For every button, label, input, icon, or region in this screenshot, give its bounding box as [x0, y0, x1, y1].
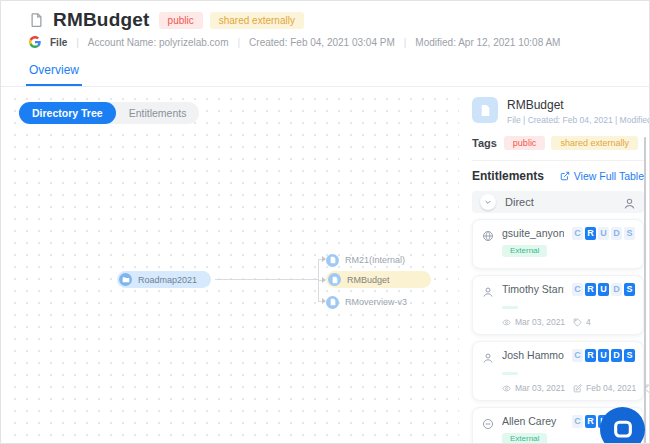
modified-date-icon	[573, 384, 582, 393]
globe-icon	[482, 228, 494, 240]
permissions-badges: CRUDS	[572, 227, 635, 240]
source-type-label: File	[50, 37, 67, 48]
tag-badge[interactable]: shared externally	[551, 136, 638, 150]
chat-launcher-button[interactable]	[600, 407, 645, 444]
viewed-date-icon	[502, 318, 511, 327]
chat-icon	[612, 419, 634, 441]
header-meta-item: Created: Feb 04, 2021 03:04 PM	[249, 37, 395, 48]
toggle-entitlements[interactable]: Entitlements	[116, 102, 200, 124]
tab-overview[interactable]: Overview	[26, 57, 82, 86]
tree-node-child[interactable]: RMBudget	[326, 271, 431, 288]
entitlement-count-icon	[573, 318, 582, 327]
perm-c: C	[572, 227, 583, 240]
entitlement-name: gsuite_anyone	[502, 227, 564, 239]
file-icon	[326, 254, 339, 267]
toggle-directory-tree[interactable]: Directory Tree	[19, 102, 116, 124]
tab-bar: Overview	[1, 57, 649, 87]
separator: |	[237, 37, 240, 48]
perm-u: U	[598, 349, 609, 362]
perm-c: C	[572, 415, 583, 428]
perm-s: S	[624, 227, 635, 240]
google-icon	[29, 36, 41, 48]
perm-r: R	[585, 283, 596, 296]
viewed-date-value: Mar 03, 2021	[515, 317, 565, 327]
details-meta: File | Created: Feb 04, 2021 | Modified:…	[507, 115, 650, 125]
perm-u: U	[598, 283, 609, 296]
tree-node-label: RM21(Internal)	[345, 255, 405, 265]
view-toggle: Directory TreeEntitlements	[19, 102, 199, 124]
entitlement-card[interactable]: Josh Hammond Mar 03, 2021Feb 04, 20216 C…	[472, 341, 644, 401]
external-badge: External	[502, 433, 547, 444]
anonymous-user-icon	[482, 416, 494, 428]
user-icon	[482, 284, 494, 296]
perm-d: D	[611, 227, 622, 240]
tree-node-label: Roadmap2021	[138, 275, 197, 285]
entitlement-name: Allen Carey	[502, 415, 564, 427]
external-badge: External	[502, 245, 547, 257]
divider	[472, 160, 644, 161]
direct-group-row[interactable]: Direct	[472, 191, 644, 213]
page-header: RMBudget publicshared externally File |A…	[1, 1, 649, 48]
external-link-icon	[560, 171, 570, 181]
entitlement-name: Josh Hammond	[502, 349, 564, 361]
permissions-badges: CRUDS	[572, 283, 635, 296]
header-meta-item: Account Name: polyrizelab.com	[88, 37, 229, 48]
modified-date-value: Feb 04, 2021	[586, 383, 636, 393]
tags-label: Tags	[472, 137, 497, 149]
entitlement-meta: Mar 03, 20214	[502, 317, 564, 327]
details-panel: RMBudget File | Created: Feb 04, 2021 | …	[459, 93, 649, 444]
perm-r: R	[585, 227, 596, 240]
entitlement-meta: Mar 03, 2021Feb 04, 20216	[502, 383, 564, 393]
tree-node-label: RMBudget	[347, 275, 390, 285]
tag-badge[interactable]: public	[504, 136, 546, 150]
tree-node-child[interactable]: RM21(Internal)	[326, 253, 405, 267]
viewed-date-icon	[502, 384, 511, 393]
perm-s: S	[624, 349, 635, 362]
perm-d: D	[611, 283, 622, 296]
tree-node-root[interactable]: Roadmap2021	[117, 271, 211, 288]
chevron-down-icon[interactable]	[480, 194, 496, 210]
details-title: RMBudget	[507, 98, 650, 112]
perm-u: U	[598, 227, 609, 240]
entitlement-name: Timothy Stanton	[502, 283, 564, 295]
viewed-date-value: Mar 03, 2021	[515, 383, 565, 393]
tree-connector	[215, 279, 318, 280]
permissions-badges: CRUDS	[572, 349, 635, 362]
entitlement-card[interactable]: Timothy Stanton Mar 03, 20214 CRUDS	[472, 275, 644, 335]
file-icon	[29, 11, 44, 29]
page-title: RMBudget	[53, 9, 150, 31]
tree-node-label: RMoverview-v3	[345, 297, 407, 307]
entitlement-card[interactable]: gsuite_anyone External CRUDS	[472, 219, 644, 269]
entitlement-count-value: 4	[586, 317, 591, 327]
header-meta-item: Modified: Apr 12, 2021 10:08 AM	[415, 37, 560, 48]
perm-r: R	[585, 349, 596, 362]
tag-badge: shared externally	[210, 12, 304, 29]
separator: |	[404, 37, 407, 48]
perm-r: R	[585, 415, 596, 428]
entitlements-heading: Entitlements	[472, 169, 544, 183]
perm-c: C	[572, 283, 583, 296]
user-icon	[623, 196, 636, 209]
tag-badge: public	[159, 12, 203, 29]
external-badge	[502, 306, 518, 309]
user-icon	[482, 350, 494, 362]
perm-d: D	[611, 349, 622, 362]
external-badge	[502, 372, 518, 375]
directory-tree-panel: Directory TreeEntitlements Roadmap2021 R…	[9, 93, 459, 444]
file-type-icon	[472, 97, 498, 123]
separator: |	[76, 37, 79, 48]
perm-s: S	[624, 283, 635, 296]
folder-icon	[119, 273, 132, 286]
view-full-table-link[interactable]: View Full Table	[560, 170, 644, 182]
scrollbar[interactable]	[644, 137, 647, 444]
file-icon	[328, 273, 341, 286]
tree-node-child[interactable]: RMoverview-v3	[326, 295, 407, 309]
file-icon	[326, 296, 339, 309]
perm-c: C	[572, 349, 583, 362]
group-label: Direct	[505, 196, 614, 208]
